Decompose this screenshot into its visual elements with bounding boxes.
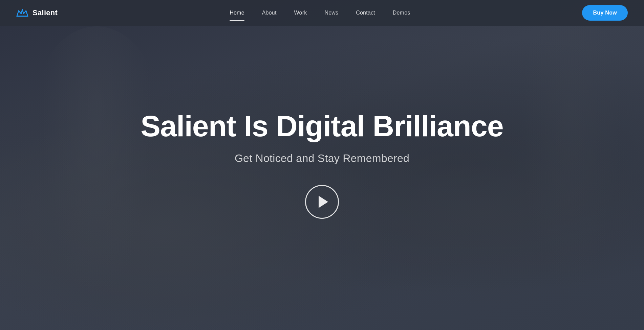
nav-link-about[interactable]: About	[253, 0, 285, 25]
nav-item-work[interactable]: Work	[285, 0, 316, 25]
nav-item-news[interactable]: News	[316, 0, 347, 25]
crown-icon	[16, 8, 28, 18]
nav-link-demos[interactable]: Demos	[384, 0, 419, 25]
buy-now-button[interactable]: Buy Now	[582, 5, 628, 21]
hero-content: Salient Is Digital Brilliance Get Notice…	[0, 19, 644, 330]
brand-logo[interactable]: Salient	[16, 8, 58, 18]
nav-item-about[interactable]: About	[253, 0, 285, 25]
nav-link-contact[interactable]: Contact	[347, 0, 384, 25]
brand-name: Salient	[33, 8, 58, 17]
play-triangle-icon	[319, 196, 328, 208]
nav-link-home[interactable]: Home	[221, 0, 253, 25]
nav-item-demos[interactable]: Demos	[384, 0, 419, 25]
hero-subtitle: Get Noticed and Stay Remembered	[235, 152, 409, 165]
play-video-button[interactable]	[305, 185, 339, 219]
hero-section: Salient Home About Work News Contact Dem…	[0, 0, 644, 330]
nav-item-home[interactable]: Home	[221, 0, 253, 25]
nav-link-news[interactable]: News	[316, 0, 347, 25]
hero-title: Salient Is Digital Brilliance	[141, 110, 503, 143]
nav-item-contact[interactable]: Contact	[347, 0, 384, 25]
navbar: Salient Home About Work News Contact Dem…	[0, 0, 644, 26]
nav-links: Home About Work News Contact Demos	[221, 0, 419, 25]
nav-link-work[interactable]: Work	[285, 0, 316, 25]
